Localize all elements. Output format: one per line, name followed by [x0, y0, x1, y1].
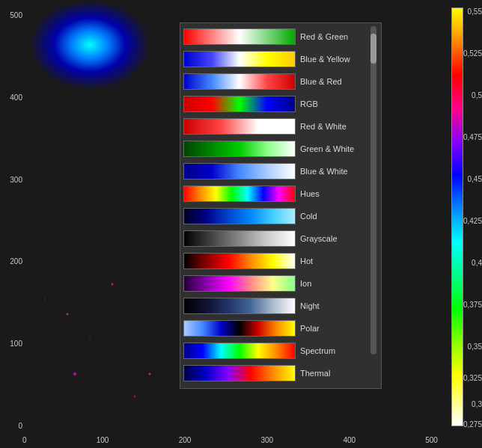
swatch-blue-red [183, 73, 296, 90]
scale-tick-05: 0,5 [472, 91, 482, 99]
swatch-blue-white [183, 163, 296, 179]
swatch-cold [183, 208, 296, 224]
label-hot: Hot [300, 257, 313, 266]
colormap-blue-red[interactable]: Blue & Red [183, 71, 378, 92]
label-hues: Hues [300, 189, 320, 198]
swatch-grayscale [183, 230, 296, 247]
scale-tick-055: 0,55 [468, 7, 482, 16]
scale-tick-0325: 0,325 [463, 374, 482, 382]
colormap-blue-yellow[interactable]: Blue & Yellow [183, 49, 378, 70]
colormap-grayscale[interactable]: Grayscale [183, 228, 378, 249]
label-green-white: Green & White [300, 144, 354, 153]
y-label-300: 300 [10, 176, 22, 184]
swatch-green-white [183, 141, 296, 157]
swatch-night [183, 298, 296, 314]
label-polar: Polar [300, 324, 320, 333]
scale-tick-035: 0,35 [468, 343, 482, 351]
label-blue-yellow: Blue & Yellow [300, 55, 350, 64]
label-red-green: Red & Green [300, 32, 348, 41]
colormap-hues[interactable]: Hues [183, 183, 378, 204]
colormap-ion[interactable]: Ion [183, 273, 378, 294]
swatch-spectrum [183, 343, 296, 359]
scale-tick-0525: 0,525 [463, 49, 482, 58]
main-container: 500 400 300 200 100 0 0 100 200 300 400 … [0, 0, 482, 448]
colormap-thermal[interactable]: Thermal [183, 363, 378, 384]
swatch-ion [183, 275, 296, 292]
label-grayscale: Grayscale [300, 234, 338, 243]
colormap-rgb[interactable]: RGB [183, 93, 378, 114]
colormap-spectrum[interactable]: Spectrum [183, 340, 378, 361]
scale-tick-03: 0,3 [472, 400, 482, 408]
label-ion: Ion [300, 279, 311, 288]
colormap-cold[interactable]: Cold [183, 206, 378, 227]
label-spectrum: Spectrum [300, 346, 335, 355]
swatch-red-white [183, 118, 296, 135]
swatch-polar [183, 320, 296, 337]
y-label-100: 100 [10, 340, 22, 348]
y-label-200: 200 [10, 257, 22, 266]
scale-tick-0425: 0,425 [463, 217, 482, 225]
x-label-500: 500 [425, 436, 438, 444]
label-cold: Cold [300, 212, 317, 221]
scale-tick-0475: 0,475 [463, 133, 482, 141]
x-axis-labels: 0 100 200 300 400 500 [22, 433, 438, 447]
scale-tick-04: 0,4 [472, 259, 482, 267]
scale-tick-0375: 0,375 [463, 301, 482, 309]
y-axis-labels: 500 400 300 200 100 0 [1, 11, 22, 430]
scale-tick-0275: 0,275 [463, 420, 482, 429]
swatch-hues [183, 185, 296, 202]
y-label-500: 500 [10, 11, 22, 19]
color-scale: 0,55 0,525 0,5 0,475 0,45 0,425 0,4 0,37… [445, 0, 482, 434]
colormap-red-green[interactable]: Red & Green [183, 26, 378, 47]
x-label-100: 100 [97, 436, 109, 444]
colormap-green-white[interactable]: Green & White [183, 138, 378, 159]
colormap-polar[interactable]: Polar [183, 318, 378, 339]
y-label-0: 0 [18, 422, 22, 430]
label-night: Night [300, 301, 320, 310]
swatch-hot [183, 253, 296, 269]
scale-bar [451, 7, 463, 426]
label-thermal: Thermal [300, 369, 330, 378]
label-red-white: Red & White [300, 122, 347, 131]
label-blue-red: Blue & Red [300, 77, 342, 86]
x-label-200: 200 [179, 436, 192, 444]
colormap-night[interactable]: Night [183, 295, 378, 316]
label-rgb: RGB [300, 99, 318, 108]
scrollbar-thumb[interactable] [370, 34, 376, 64]
label-blue-white: Blue & White [300, 167, 348, 176]
colormap-hot[interactable]: Hot [183, 251, 378, 271]
x-label-400: 400 [343, 436, 356, 444]
swatch-thermal [183, 365, 296, 381]
colormap-blue-white[interactable]: Blue & White [183, 161, 378, 182]
y-label-400: 400 [10, 93, 22, 102]
colormap-panel: Red & Green Blue & Yellow Blue & Red RGB… [180, 22, 382, 389]
swatch-rgb [183, 96, 296, 112]
swatch-red-green [183, 28, 296, 45]
colormap-red-white[interactable]: Red & White [183, 116, 378, 137]
x-label-300: 300 [261, 436, 274, 444]
swatch-blue-yellow [183, 51, 296, 67]
scale-tick-045: 0,45 [468, 175, 482, 183]
colormap-scrollbar[interactable] [370, 26, 376, 355]
x-label-0: 0 [22, 436, 27, 444]
